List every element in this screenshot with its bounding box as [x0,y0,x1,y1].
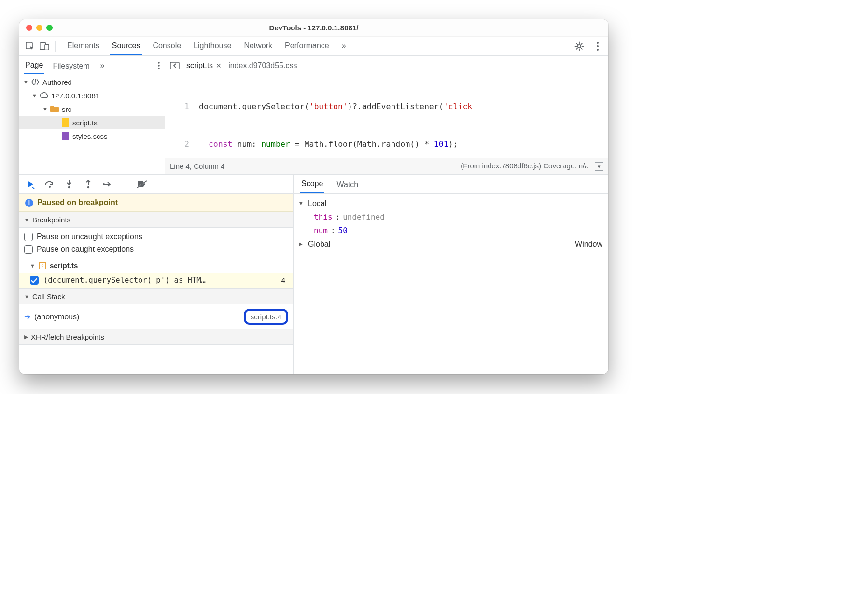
section-breakpoints[interactable]: ▼Breakpoints [19,212,293,228]
scope-global[interactable]: ▶Global Window [299,237,602,251]
checkbox-icon[interactable] [24,233,33,241]
svg-point-5 [597,45,599,47]
minimize-window-icon[interactable] [36,25,42,31]
separator [125,179,125,190]
tree-label: Authored [42,78,72,86]
section-label: XHR/fetch Breakpoints [31,333,104,341]
scope-group-label: Local [308,197,326,210]
tab-elements[interactable]: Elements [65,37,101,55]
nav-overflow-icon[interactable]: » [100,61,105,70]
editor-tab-script[interactable]: script.ts ✕ [186,61,222,70]
tabs-overflow-icon[interactable]: » [340,37,348,55]
sourcemap-link[interactable]: index.7808df6e.js [482,162,539,170]
option-label: Pause on caught exceptions [37,245,134,254]
scope-tab-scope[interactable]: Scope [300,175,324,193]
tree-label: src [62,105,71,113]
tree-folder-src[interactable]: ▼ src [19,102,165,116]
cloud-icon [40,91,48,100]
devtools-window: DevTools - 127.0.0.1:8081/ Elements Sour… [19,19,608,374]
device-toolbar-icon[interactable] [38,40,51,53]
scope-local[interactable]: ▼Local [299,197,602,210]
scope-var-this[interactable]: this: undefined [299,210,602,224]
folder-icon [50,105,59,113]
svg-point-6 [597,49,599,51]
svg-rect-10 [170,62,179,69]
scope-tab-watch[interactable]: Watch [336,176,359,192]
bp-file-name: script.ts [50,261,78,270]
inspect-icon[interactable] [23,40,37,53]
step-out-icon[interactable] [83,179,94,190]
frame-location-highlight[interactable]: script.ts:4 [244,309,288,325]
checkbox-checked-icon[interactable] [30,276,39,285]
debugger-toolbar [19,175,293,194]
code-editor[interactable]: 1 2 3 4 5 6 document.querySelector('butt… [165,75,608,174]
svg-point-3 [578,44,581,47]
traffic-lights [26,25,53,31]
bp-code-snippet: (document.querySelector('p') as HTM… [43,276,206,285]
section-xhr-breakpoints[interactable]: ▶XHR/fetch Breakpoints [19,329,293,345]
tab-network[interactable]: Network [242,37,274,55]
tree-label: 127.0.0.1:8081 [51,92,99,100]
tree-authored-group[interactable]: ▼ Authored [19,75,165,89]
zoom-window-icon[interactable] [46,25,53,31]
deactivate-breakpoints-icon[interactable] [137,179,147,190]
debugger-left: i Paused on breakpoint ▼Breakpoints Paus… [19,175,294,374]
svg-point-8 [158,65,160,67]
section-label: Breakpoints [32,216,70,224]
tree-host[interactable]: ▼ 127.0.0.1:8081 [19,89,165,102]
nav-tab-filesystem[interactable]: Filesystem [52,57,90,74]
tab-performance[interactable]: Performance [283,37,331,55]
panel-tabs: Elements Sources Console Lighthouse Netw… [65,37,348,55]
close-tab-icon[interactable]: ✕ [216,62,222,69]
svg-point-14 [103,183,105,185]
breakpoint-file-group[interactable]: ▼ ◊ script.ts [19,259,293,273]
breakpoint-options: Pause on uncaught exceptions Pause on ca… [19,228,293,259]
paused-banner: i Paused on breakpoint [19,194,293,212]
callstack-frame[interactable]: ➔ (anonymous) script.ts:4 [19,304,293,329]
pause-uncaught-option[interactable]: Pause on uncaught exceptions [24,231,288,243]
var-name: this [314,210,333,224]
option-label: Pause on uncaught exceptions [37,233,142,241]
editor-statusbar: Line 4, Column 4 (From index.7808df6e.js… [165,158,608,174]
svg-point-11 [49,186,51,188]
svg-point-4 [597,42,599,44]
step-over-icon[interactable] [44,179,55,190]
tab-console[interactable]: Console [151,37,183,55]
var-value: 50 [338,224,348,237]
info-icon: i [25,199,33,207]
file-icon [61,118,70,127]
frame-name: (anonymous) [34,313,79,321]
show-navigator-icon[interactable] [170,62,180,69]
step-icon[interactable] [102,179,113,190]
tab-sources[interactable]: Sources [110,37,142,55]
editor-tab-index-css[interactable]: index.d9703d55.css [228,61,297,70]
window-title: DevTools - 127.0.0.1:8081/ [269,24,359,32]
current-frame-icon: ➔ [24,312,30,321]
breakpoint-entry[interactable]: (document.querySelector('p') as HTM… 4 [19,273,293,288]
section-call-stack[interactable]: ▼Call Stack [19,288,293,304]
settings-icon[interactable] [573,40,586,53]
close-window-icon[interactable] [26,25,32,31]
checkbox-icon[interactable] [24,245,33,254]
var-name: num [314,224,328,237]
more-menu-icon[interactable] [591,40,604,53]
svg-rect-2 [45,44,49,50]
step-into-icon[interactable] [64,179,74,190]
pause-caught-option[interactable]: Pause on caught exceptions [24,243,288,256]
paused-text: Paused on breakpoint [37,198,118,207]
nav-menu-icon[interactable] [158,62,160,69]
file-badge-icon: ◊ [39,262,46,269]
tab-lighthouse[interactable]: Lighthouse [192,37,233,55]
code-area[interactable]: 1 2 3 4 5 6 document.querySelector('butt… [165,75,608,158]
line-gutter: 1 2 3 4 5 6 [165,75,195,158]
resume-icon[interactable] [25,179,36,190]
show-more-icon[interactable]: ▾ [595,162,603,171]
titlebar: DevTools - 127.0.0.1:8081/ [19,19,608,37]
tree-file-script[interactable]: script.ts [19,116,165,129]
tree-file-styles[interactable]: styles.scss [19,129,165,143]
code-lines: document.querySelector('button')?.addEve… [195,75,608,158]
scope-var-num[interactable]: num: 50 [299,224,602,237]
nav-tab-page[interactable]: Page [24,56,44,74]
navigator-tabs: Page Filesystem » [19,56,165,75]
scope-body: ▼Local this: undefined num: 50 ▶Global W… [294,194,608,254]
